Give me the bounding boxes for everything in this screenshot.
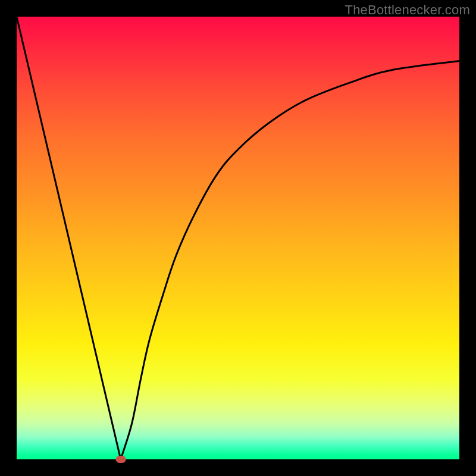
- chart-frame: TheBottlenecker.com: [0, 0, 476, 476]
- attribution-text: TheBottlenecker.com: [345, 2, 470, 18]
- curve-path: [17, 17, 459, 459]
- curve-svg: [17, 17, 459, 459]
- plot-area: [17, 17, 459, 459]
- optimum-marker: [115, 456, 126, 463]
